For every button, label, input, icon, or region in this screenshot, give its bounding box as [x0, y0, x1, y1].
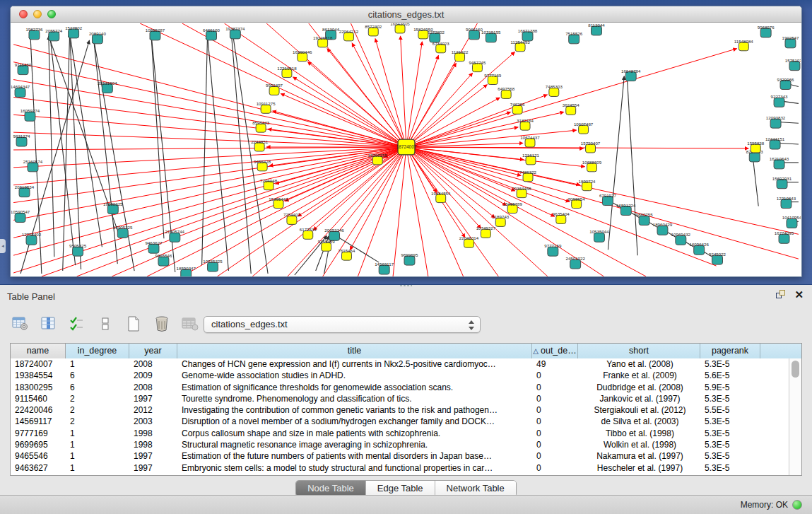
cell-short[interactable]: Stergiakouli et al. (2012) [578, 404, 700, 416]
table-scrollbar[interactable] [789, 358, 801, 475]
cell-pagerank[interactable]: 5.3E-5 [700, 439, 760, 450]
graph-node[interactable]: 5189743 [492, 214, 510, 226]
cell-pagerank[interactable]: 5.3E-5 [700, 358, 760, 370]
cell-title[interactable]: Structural magnetic resonance image aver… [177, 439, 532, 450]
cell-title[interactable]: Embryonic stem cells: a model to study s… [177, 462, 532, 474]
graph-node[interactable]: 9831274 [13, 134, 31, 146]
row-height-icon[interactable] [96, 315, 114, 333]
select-columns-icon[interactable] [68, 315, 86, 333]
graph-node[interactable]: 10719155 [481, 30, 501, 42]
cell-pagerank[interactable]: 5.3E-5 [700, 450, 760, 462]
graph-node[interactable]: 9465546 [155, 253, 172, 266]
graph-node[interactable]: 9463627 [146, 240, 163, 253]
graph-node[interactable]: 6497568 [498, 86, 515, 98]
graph-node[interactable]: 9699695 [401, 252, 418, 265]
window-titlebar[interactable]: citations_edges.txt [11, 6, 801, 23]
cell-year[interactable]: 2008 [129, 358, 177, 370]
graph-node[interactable]: 9245022 [709, 252, 726, 264]
float-panel-icon[interactable] [776, 290, 786, 300]
column-header-title[interactable]: title [177, 344, 532, 358]
graph-node[interactable]: 21605744 [165, 229, 185, 242]
cell-in_degree[interactable]: 6 [66, 370, 129, 381]
cell-short[interactable]: Tibbo et al. (1998) [578, 428, 700, 439]
cell-short[interactable]: Nakamura et al. (1997) [578, 450, 700, 462]
cell-out_de[interactable]: 0 [532, 382, 578, 393]
cell-title[interactable]: Genome-wide association studies in ADHD. [177, 370, 532, 381]
cell-in_degree[interactable]: 1 [66, 450, 129, 462]
cell-title[interactable]: Tourette syndrome. Phenomenology and cla… [177, 393, 532, 404]
cell-name[interactable]: 19384554 [11, 370, 66, 381]
cell-title[interactable]: Disruption of a novel member of a sodium… [177, 416, 532, 427]
graph-node[interactable]: 10911275 [257, 101, 276, 113]
graph-node[interactable]: 16774095 [775, 230, 794, 243]
cell-short[interactable]: Jankovic et al. (1997) [578, 393, 700, 404]
table-row[interactable]: 946362711997Embryonic stem cells: a mode… [11, 462, 789, 474]
graph-node[interactable]: 16059274 [20, 108, 40, 121]
graph-node[interactable]: 1527802 [65, 25, 83, 38]
cell-pagerank[interactable]: 5.6E-5 [700, 370, 760, 381]
cell-out_de[interactable]: 0 [532, 393, 578, 404]
table-row[interactable]: 1830029562008Estimation of significance … [11, 382, 789, 393]
cell-pagerank[interactable]: 5.3E-5 [700, 462, 760, 474]
cell-year[interactable]: 2009 [129, 370, 177, 381]
graph-node[interactable]: 3624554 [563, 103, 580, 115]
cell-title[interactable]: Estimation of significance thresholds fo… [177, 382, 532, 393]
graph-node[interactable]: 14569117 [375, 262, 394, 274]
graph-node[interactable]: 20364456 [512, 186, 531, 198]
graph-node[interactable]: 12210618 [277, 66, 297, 78]
cell-filler[interactable] [760, 428, 789, 439]
column-header-in_degree[interactable]: in_degree [66, 344, 129, 358]
graph-node[interactable]: 9777169 [544, 243, 562, 256]
table-row[interactable]: 1938455462009Genome-wide association stu… [11, 370, 789, 381]
cell-name[interactable]: 18724007 [11, 358, 66, 370]
graph-node[interactable]: 15751074 [785, 58, 801, 71]
cell-in_degree[interactable]: 6 [66, 382, 129, 393]
cell-filler[interactable] [760, 439, 789, 450]
graph-node[interactable]: 1902547 [782, 35, 799, 48]
cell-in_degree[interactable]: 2 [66, 393, 129, 404]
graph-node[interactable]: 1982736 [25, 27, 43, 40]
table-row[interactable]: 977716911998Corpus callosum shape and si… [11, 428, 789, 439]
graph-node[interactable]: 7515526 [565, 31, 583, 44]
cell-filler[interactable] [760, 370, 789, 381]
cell-title[interactable]: Changes of HCN gene expression and I(f) … [177, 358, 532, 370]
cell-out_de[interactable]: 0 [532, 416, 578, 427]
cell-year[interactable]: 2003 [129, 416, 177, 427]
graph-node[interactable]: 19590325 [103, 201, 123, 214]
cell-out_de[interactable]: 0 [532, 462, 578, 474]
cell-year[interactable]: 1998 [129, 439, 177, 450]
cell-filler[interactable] [760, 416, 789, 427]
cell-short[interactable]: de Silva et al. (2003) [578, 416, 700, 427]
column-header-pagerank[interactable]: pagerank [700, 344, 760, 358]
cell-pagerank[interactable]: 5.9E-5 [700, 382, 760, 393]
table-selector-dropdown[interactable]: citations_edges.txt [204, 316, 481, 333]
cell-filler[interactable] [760, 393, 789, 404]
column-header-name[interactable]: name [11, 344, 66, 358]
graph-node[interactable]: 9155459 [318, 239, 336, 251]
graph-node[interactable]: 18590347 [177, 266, 196, 276]
graph-node[interactable]: 10535044 [589, 229, 609, 242]
cell-pagerank[interactable]: 5.3E-5 [700, 393, 760, 404]
cell-out_de[interactable]: 0 [532, 450, 578, 462]
close-panel-icon[interactable]: ✕ [794, 290, 804, 300]
graph-node[interactable]: 10688609 [582, 160, 602, 172]
cell-filler[interactable] [760, 450, 789, 462]
table-row[interactable]: 1456911722003Disruption of a novel membe… [11, 416, 789, 427]
cell-year[interactable]: 1998 [129, 428, 177, 439]
delete-table-icon[interactable] [153, 315, 171, 333]
cell-name[interactable]: 18300295 [11, 382, 66, 393]
graph-node[interactable]: 10969432 [671, 232, 691, 245]
graph-node[interactable]: 2089140 [89, 31, 107, 44]
cell-out_de[interactable]: 0 [532, 370, 578, 381]
table-row[interactable]: 2242004622012Investigating the contribut… [11, 404, 789, 416]
column-header-year[interactable]: year [129, 344, 177, 358]
table-row[interactable]: 969969511998Structural magnetic resonanc… [11, 439, 789, 450]
cell-name[interactable]: 14569117 [11, 416, 66, 427]
graph-node[interactable]: 3182164 [517, 118, 534, 130]
show-columns-icon[interactable] [40, 315, 58, 333]
column-header-short[interactable]: short [578, 344, 700, 358]
graph-node[interactable]: 19384554 [431, 191, 451, 203]
cell-year[interactable]: 1997 [129, 450, 177, 462]
graph-node[interactable]: 6734023 [433, 41, 450, 53]
cell-title[interactable]: Investigating the contribution of common… [177, 404, 532, 416]
